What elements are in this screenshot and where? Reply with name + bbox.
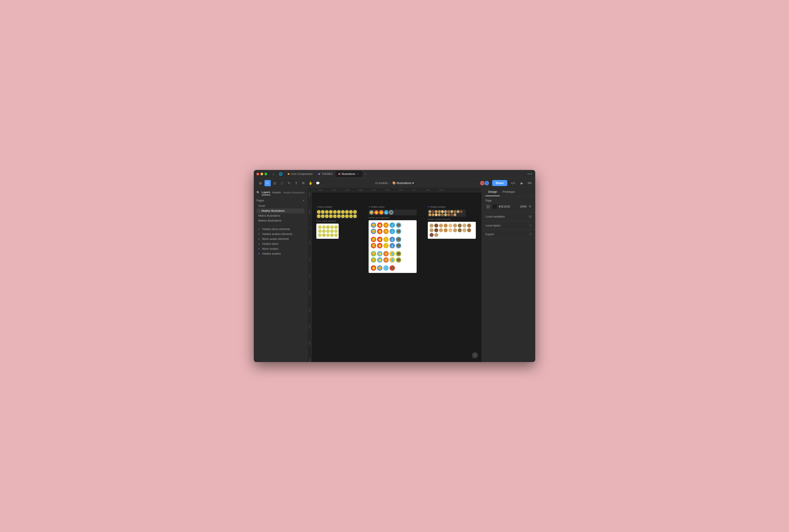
more-options-icon[interactable]: •••: [527, 172, 532, 176]
eye-icon[interactable]: 👁: [528, 205, 532, 208]
local-variables-label: Local variables: [485, 215, 505, 218]
app-window: ⌂ 🌐 Core Components THEMES Illustrations…: [254, 170, 535, 362]
moon-avatar-elements-label: Moon avatar elements: [316, 220, 357, 222]
canvas[interactable]: 1000 2000 3000 4000 5000 6000 7000 8000 …: [307, 188, 482, 362]
av-mini: [444, 213, 447, 216]
avatar-cell: [430, 228, 434, 232]
page-meliora-illustrations[interactable]: Meliora Illustrations: [257, 218, 304, 223]
layer-healios-faces[interactable]: ✦ Healios faces: [257, 242, 304, 246]
face-cyan: 🌟: [377, 251, 382, 256]
breadcrumb-current[interactable]: 🎨 Illustrations ▾: [392, 182, 414, 185]
share-button[interactable]: Share: [492, 180, 507, 186]
healios-faces-group: ✦ Healios faces 😊 🌟 ☀️ 💧 🐻 Heallos faces…: [369, 206, 417, 273]
av-mini: [444, 210, 447, 213]
layer-healios-avatars-elements[interactable]: # Healios avatars elements: [257, 232, 304, 236]
face-red2: 🌟: [377, 237, 382, 242]
shape-tool[interactable]: □: [279, 180, 285, 186]
healios-face-mini: ☀️: [379, 210, 383, 215]
local-variables-section[interactable]: Local variables ⊞: [482, 212, 535, 221]
page-melios-illustrations[interactable]: Melios Illustrations: [257, 213, 304, 218]
page-color-icon[interactable]: [485, 204, 491, 209]
local-styles-icon[interactable]: +: [530, 223, 532, 227]
av-mini: [429, 210, 431, 213]
tab-core-components[interactable]: Core Components: [285, 171, 315, 177]
grid-tool[interactable]: ⊞: [257, 180, 264, 186]
healios-avatars-title: Healios avatars: [430, 206, 446, 208]
tab-assets[interactable]: Assets: [272, 190, 281, 195]
globe-icon[interactable]: 🌐: [278, 171, 283, 177]
component-icon: ✦: [257, 247, 261, 250]
export-icon[interactable]: +: [530, 232, 532, 236]
moon-face-cell: [326, 229, 330, 233]
avatar-cell: [430, 233, 434, 237]
layer-moon-avatar-elements[interactable]: # Moon avatar elements: [257, 236, 304, 242]
av-mini: [450, 210, 453, 213]
face-lime: 🐻: [396, 257, 401, 263]
avatar-cell: [448, 228, 452, 232]
comment-tool[interactable]: 💬: [315, 180, 321, 186]
avatar-cell: [439, 224, 443, 228]
pages-section: Pages + Cover ✓ Healios Illustrations Me…: [254, 197, 307, 225]
face-row-6: 😊 🌟 ☀️ 💧 🐻: [371, 257, 414, 263]
add-tab-button[interactable]: +: [363, 171, 368, 177]
minimize-button[interactable]: [261, 173, 263, 175]
pen-tool[interactable]: ✎: [286, 180, 292, 186]
tab-layers[interactable]: Layers: [262, 190, 270, 195]
page-meliora-ill-label: Meliora Illustrations: [258, 219, 281, 222]
grid-icon: #: [257, 228, 261, 231]
face-spacer2: [371, 249, 414, 251]
layer-label: Healios faces elements: [262, 228, 290, 231]
frame-tool[interactable]: ⊡: [271, 180, 278, 186]
component-tool[interactable]: ⧉: [300, 180, 306, 186]
page-color-row: #1E1E1E 100% 👁: [485, 204, 532, 209]
tab-prototype[interactable]: Prototype: [500, 188, 518, 196]
text-tool[interactable]: T: [293, 180, 299, 186]
moon-face: 😐: [345, 210, 349, 214]
export-section[interactable]: Export +: [482, 230, 535, 239]
page-melios-ill-label: Melios Illustrations: [258, 214, 280, 217]
breadcrumb-dropdown-icon[interactable]: ▾: [412, 182, 414, 185]
face-red: 🌟: [377, 229, 382, 234]
close-button[interactable]: [257, 173, 259, 175]
play-icon[interactable]: ▶: [519, 180, 525, 186]
tab-themes[interactable]: THEMES: [316, 171, 335, 177]
layer-moon-avatars[interactable]: ✦ Moon avatars: [257, 246, 304, 251]
moon-face-cell: [330, 229, 334, 233]
hand-tool[interactable]: ✋: [307, 180, 314, 186]
avatar-cell: [434, 224, 438, 228]
face-blue3: 😊: [377, 265, 382, 271]
layer-healios-faces-elements[interactable]: # Healios faces elements: [257, 227, 304, 232]
moon-face: 😐: [317, 214, 321, 218]
select-tool[interactable]: ↖: [264, 180, 271, 186]
fullscreen-button[interactable]: [264, 173, 267, 175]
zoom-level[interactable]: 8%: [528, 182, 532, 185]
moon-avatars-label: ✦ Moon avatars: [316, 206, 357, 208]
face-row-2: 😊 🌟 ☀️ 💧 🐻: [371, 229, 414, 234]
page-cover[interactable]: Cover: [257, 204, 304, 208]
page-healios-ill-label: Healios Illustrations: [261, 209, 285, 212]
tab-close-icon[interactable]: ✕: [357, 172, 360, 175]
breadcrumb-parent[interactable]: UI toolkits: [375, 182, 388, 185]
moon-face-cell: [326, 225, 330, 229]
layer-healios-avatars[interactable]: ✦ Healios avatars: [257, 251, 304, 256]
healios-avatars-group: ✦ Healios avatars: [428, 206, 476, 273]
tab-design[interactable]: Design: [485, 188, 500, 196]
page-healios-illustrations[interactable]: ✓ Healios Illustrations: [257, 208, 304, 213]
ruler-vertical: -2000 -1000 0 1000 2000 3000 4000 5000 6…: [307, 188, 312, 362]
add-page-icon[interactable]: +: [303, 199, 304, 202]
help-button[interactable]: ?: [472, 352, 478, 359]
tab-illustrations[interactable]: Illustrations ✕: [336, 171, 362, 177]
home-icon[interactable]: ⌂: [271, 171, 276, 177]
moon-face-cell: [322, 225, 326, 229]
page-color-swatch[interactable]: [492, 204, 497, 209]
local-variables-icon[interactable]: ⊞: [529, 214, 532, 218]
face-red2: 🌟: [377, 243, 382, 248]
face-yellow2: ☀️: [383, 237, 389, 242]
component-marker: ✦: [316, 206, 318, 208]
moon-face: 😐: [321, 210, 324, 214]
healios-faces-title: Healios faces: [371, 206, 384, 208]
moon-face: 😐: [329, 210, 333, 214]
code-view-icon[interactable]: </>: [510, 180, 516, 186]
breadcrumb-separator: /: [390, 182, 391, 185]
local-styles-section[interactable]: Local styles +: [482, 221, 535, 230]
